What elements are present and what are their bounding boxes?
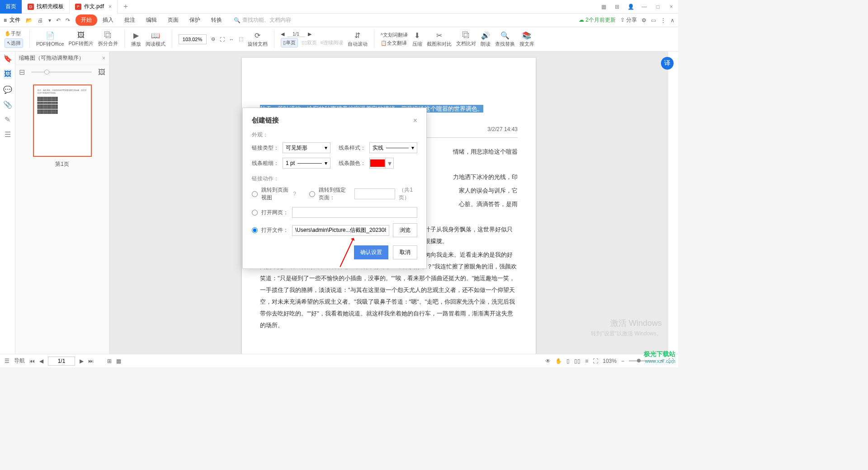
bookmark-icon[interactable]: 🔖 [3,54,12,63]
goto-page-radio[interactable] [309,191,315,197]
fit-icon[interactable]: ⛶ [220,37,225,42]
tab-convert[interactable]: 转换 [206,14,227,26]
expand-all-icon[interactable]: ⊟ [19,68,25,76]
template-tab[interactable]: D 找稻壳模板 [22,0,70,14]
share-button[interactable]: ⇪ 分享 [620,16,637,24]
fit-icon-status[interactable]: ⛶ [593,358,598,364]
layout-icon-2[interactable]: ▦ [116,358,121,364]
hand-icon[interactable]: ✋ [555,358,562,364]
line-color-select[interactable]: ▾ [369,158,394,169]
avatar-icon[interactable]: 👤 [624,0,637,13]
thumbnail-settings-icon[interactable]: 🖼 [98,68,105,76]
document-tab[interactable]: P 作文.pdf × [70,0,118,14]
next-page-icon-status[interactable]: ▶ [80,358,84,364]
add-tab-button[interactable]: ＋ [118,2,134,11]
file-menu[interactable]: 文件 [9,16,20,24]
open-icon[interactable]: 📂 [26,17,33,24]
first-page-icon[interactable]: ⏮ [29,358,35,364]
fit-page-icon[interactable]: ⬚ [239,36,243,42]
tab-page[interactable]: 页面 [162,14,184,26]
minimize-button[interactable]: — [637,0,651,13]
pdf-to-image[interactable]: 🖼PDF转图片 [69,31,94,47]
zoom-out-status[interactable]: − [621,358,624,364]
single-page[interactable]: ▯ 单页 [281,38,298,47]
next-page-icon[interactable]: ▶ [308,31,311,37]
collapse-icon[interactable]: ∧ [670,17,675,24]
file-path-input[interactable] [292,225,389,236]
layout-icon[interactable]: ⊞ [107,358,112,364]
tab-annotate[interactable]: 批注 [119,14,141,26]
help-icon[interactable]: ? [293,191,296,197]
hand-tool[interactable]: ✋ 手型 [5,30,23,37]
close-panel-icon[interactable]: × [102,55,105,61]
url-input[interactable] [292,207,417,218]
redo-icon[interactable]: ↷ [66,17,70,24]
save-icon[interactable]: 🖨 [38,17,43,24]
open-file-radio[interactable] [252,227,258,233]
view-single-icon[interactable]: ▯ [566,358,570,364]
cloud-status[interactable]: ☁ 2个月前更新 [579,16,616,24]
window-icon[interactable]: ▭ [651,17,656,24]
line-weight-select[interactable]: 1 pt▾ [283,158,330,169]
pdf-to-office[interactable]: 📄PDF转Office [36,31,64,47]
cancel-button[interactable]: 取消 [393,245,417,259]
wenku[interactable]: 📚搜文库 [519,31,534,47]
find-replace[interactable]: 🔍查找替换 [495,31,515,47]
read-aloud[interactable]: 🔊朗读 [481,31,491,47]
comment-icon[interactable]: 💬 [3,85,12,94]
tab-edit[interactable]: 编辑 [141,14,162,26]
doc-compare[interactable]: ⿻文档比对 [456,31,476,47]
line-style-select[interactable]: 实线▾ [369,142,417,153]
prev-page-icon-status[interactable]: ◀ [39,358,43,364]
read-mode[interactable]: 📖阅读模式 [146,31,165,47]
auto-scroll[interactable]: ⇵自动滚动 [348,31,368,47]
word-translate[interactable]: ᴬ文 划词翻译 [381,32,408,38]
continuous-read[interactable]: ≡ 连续阅读 [321,38,343,47]
layers-icon[interactable]: ☰ [5,130,11,139]
rotate-doc[interactable]: ⟳旋转文档 [248,31,268,47]
hamburger-icon[interactable]: ≡ [4,17,7,24]
dialog-close-icon[interactable]: × [413,117,417,125]
print-icon[interactable]: ▾ [48,17,51,24]
page-thumbnail[interactable]: 秋天，落叶满地，冷寂的秋雨肆意地宣泄着它的情绪，用悲凉给这个喧嚣的世界调色。 █… [33,85,92,168]
view-continuous-icon[interactable]: ≡ [585,358,588,364]
close-button[interactable]: × [665,0,678,13]
zoom-input[interactable] [179,34,207,44]
compress[interactable]: ⬇压缩 [412,31,422,47]
last-page-icon[interactable]: ⏭ [88,358,94,364]
translate-float-button[interactable]: 译 [661,57,674,70]
settings-icon[interactable]: ⚙ [642,17,646,24]
undo-icon[interactable]: ↶ [56,17,61,24]
nav-toggle-icon[interactable]: ☰ [5,358,9,364]
full-translate[interactable]: 📋 全文翻译 [381,40,408,47]
split-merge[interactable]: ⿻拆分合并 [98,31,118,47]
goto-view-radio[interactable] [252,191,258,197]
double-page[interactable]: ▯▯ 双页 [302,38,317,47]
apps-icon[interactable]: ⊞ [610,0,624,13]
open-url-radio[interactable] [252,210,258,216]
home-tab[interactable]: 首页 [0,0,22,14]
zoom-out-icon[interactable]: ⊖ [211,36,215,42]
tab-start[interactable]: 开始 [75,14,97,26]
maximize-button[interactable]: □ [651,0,665,13]
select-tool[interactable]: ↖ 选择 [5,38,23,48]
signature-icon[interactable]: ✎ [5,115,10,124]
thumbnail-zoom-slider[interactable] [31,71,92,73]
attachment-icon[interactable]: 📎 [3,100,12,109]
eye-icon[interactable]: 👁 [545,358,551,364]
browse-button[interactable]: 浏览 [393,223,417,237]
goto-page-input[interactable] [354,188,395,199]
prev-page-icon[interactable]: ◀ [281,31,284,37]
close-tab-icon[interactable]: × [108,4,112,10]
tab-insert[interactable]: 插入 [97,14,119,26]
grid-icon[interactable]: ▦ [597,0,610,13]
view-double-icon[interactable]: ▯▯ [574,358,580,364]
tab-protect[interactable]: 保护 [184,14,206,26]
play-button[interactable]: ▶播放 [131,31,141,47]
more-icon[interactable]: ⋮ [660,17,666,24]
screenshot-compare[interactable]: ✂截图和对比 [427,31,452,47]
link-type-select[interactable]: 可见矩形▾ [283,142,330,153]
function-search[interactable]: 🔍 查找功能、文档内容 [234,16,291,24]
thumbnail-icon[interactable]: 🖼 [3,69,12,79]
page-input[interactable] [48,357,75,366]
